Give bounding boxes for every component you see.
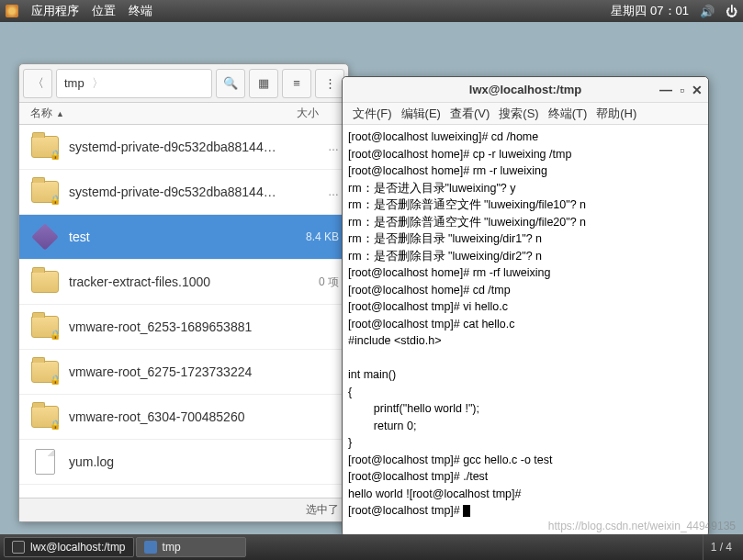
menu-view[interactable]: 查看(V) xyxy=(447,104,492,124)
item-name: test xyxy=(69,230,293,244)
maximize-button[interactable]: ▫ xyxy=(680,83,684,97)
clock[interactable]: 星期四 07：01 xyxy=(611,3,689,19)
fm-list[interactable]: systemd-private-d9c532dba88144……systemd-… xyxy=(19,125,348,498)
terminal-icon xyxy=(12,541,25,554)
file-manager-window: 〈 tmp 〉 🔍 ▦ ≡ ⋮ 名称 ▲ 大小 systemd-private-… xyxy=(18,63,349,522)
item-name: yum.log xyxy=(69,454,293,469)
power-icon[interactable]: ⏻ xyxy=(726,5,737,18)
workspace-pager[interactable]: 1 / 4 xyxy=(703,534,739,560)
fm-toolbar: 〈 tmp 〉 🔍 ▦ ≡ ⋮ xyxy=(19,64,348,103)
menu-edit[interactable]: 编辑(E) xyxy=(399,104,444,124)
breadcrumb-label: tmp xyxy=(64,76,84,90)
taskbar: lwx@localhost:/tmp tmp 1 / 4 xyxy=(0,534,743,560)
search-button[interactable]: 🔍 xyxy=(216,69,245,98)
terminal-window: lwx@localhost:/tmp — ▫ ✕ 文件(F) 编辑(E) 查看(… xyxy=(342,76,709,537)
terminal-title: lwx@localhost:/tmp xyxy=(469,83,581,96)
list-item[interactable]: vmware-root_6304-700485260 xyxy=(19,395,348,440)
list-item[interactable]: vmware-root_6253-1689653881 xyxy=(19,305,348,350)
folder-lock-icon xyxy=(28,175,62,208)
item-name: tracker-extract-files.1000 xyxy=(69,274,293,289)
file-icon xyxy=(28,445,62,478)
list-item[interactable]: vmware-root_6275-1723733224 xyxy=(19,350,348,395)
watermark: https://blog.csdn.net/weixin_44949135 xyxy=(548,520,736,532)
item-name: vmware-root_6253-1689653881 xyxy=(69,319,293,334)
top-panel: 应用程序 位置 终端 星期四 07：01 🔊 ⏻ xyxy=(0,0,743,22)
item-name: systemd-private-d9c532dba88144… xyxy=(69,140,293,154)
folder-icon xyxy=(28,265,62,298)
fm-statusbar: 选中了 xyxy=(19,498,348,521)
folder-lock-icon xyxy=(28,400,62,433)
fm-status-text: 选中了 xyxy=(306,502,339,518)
terminal-body[interactable]: [root@localhost luweixing]# cd /home [ro… xyxy=(343,125,708,536)
back-button[interactable]: 〈 xyxy=(23,69,52,98)
task-label: tmp xyxy=(163,541,181,554)
list-item[interactable]: systemd-private-d9c532dba88144…… xyxy=(19,170,348,215)
view-grid-button[interactable]: ▦ xyxy=(249,69,278,98)
list-item[interactable]: test8.4 KB xyxy=(19,215,348,260)
folder-lock-icon xyxy=(28,310,62,343)
item-name: vmware-root_6275-1723733224 xyxy=(69,364,293,379)
col-name-header[interactable]: 名称 xyxy=(30,106,52,121)
terminal-output: [root@localhost luweixing]# cd /home [ro… xyxy=(348,130,586,517)
breadcrumb[interactable]: tmp 〉 xyxy=(56,69,212,98)
item-size: … xyxy=(293,140,339,153)
item-size: 0 项 xyxy=(293,274,339,290)
minimize-button[interactable]: — xyxy=(659,83,672,97)
terminal-menubar: 文件(F) 编辑(E) 查看(V) 搜索(S) 终端(T) 帮助(H) xyxy=(343,103,708,125)
executable-icon xyxy=(28,220,62,253)
task-label: lwx@localhost:/tmp xyxy=(30,541,126,554)
desktop: 〈 tmp 〉 🔍 ▦ ≡ ⋮ 名称 ▲ 大小 systemd-private-… xyxy=(0,22,743,534)
task-filemanager[interactable]: tmp xyxy=(136,537,246,557)
fm-column-header: 名称 ▲ 大小 xyxy=(19,103,348,125)
col-size-header[interactable]: 大小 xyxy=(297,106,337,121)
menu-terminal[interactable]: 终端 xyxy=(129,3,152,19)
item-name: vmware-root_6304-700485260 xyxy=(69,409,293,424)
terminal-titlebar[interactable]: lwx@localhost:/tmp — ▫ ✕ xyxy=(343,77,708,103)
item-size: … xyxy=(293,185,339,198)
terminal-cursor xyxy=(463,505,470,517)
list-item[interactable]: systemd-private-d9c532dba88144…… xyxy=(19,125,348,170)
menu-applications[interactable]: 应用程序 xyxy=(31,3,79,19)
folder-icon xyxy=(144,541,157,554)
list-item[interactable]: tracker-extract-files.10000 项 xyxy=(19,260,348,305)
sort-arrow-icon: ▲ xyxy=(56,109,64,118)
item-name: systemd-private-d9c532dba88144… xyxy=(69,185,293,199)
folder-lock-icon xyxy=(28,355,62,388)
menu-file[interactable]: 文件(F) xyxy=(350,104,395,124)
close-button[interactable]: ✕ xyxy=(692,83,703,97)
item-size: 8.4 KB xyxy=(293,230,339,243)
menu-terminal[interactable]: 终端(T) xyxy=(546,104,591,124)
folder-lock-icon xyxy=(28,130,62,163)
menu-help[interactable]: 帮助(H) xyxy=(593,104,639,124)
view-list-button[interactable]: ≡ xyxy=(282,69,311,98)
gnome-icon xyxy=(6,5,18,17)
chevron-right-icon: 〉 xyxy=(92,75,104,92)
task-terminal[interactable]: lwx@localhost:/tmp xyxy=(4,537,134,557)
list-item[interactable]: yum.log xyxy=(19,440,348,485)
menu-search[interactable]: 搜索(S) xyxy=(496,104,541,124)
menu-places[interactable]: 位置 xyxy=(92,3,116,19)
more-button[interactable]: ⋮ xyxy=(315,69,344,98)
volume-icon[interactable]: 🔊 xyxy=(700,5,715,18)
